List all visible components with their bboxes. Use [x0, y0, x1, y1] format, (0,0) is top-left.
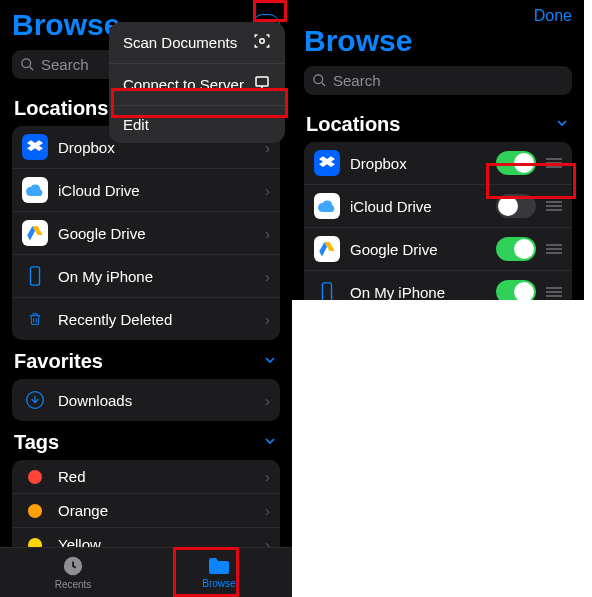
- row-label: iCloud Drive: [350, 198, 496, 215]
- menu-item-connect[interactable]: Connect to Server: [109, 64, 285, 106]
- row-label: Downloads: [58, 392, 265, 409]
- section-title: Locations: [14, 97, 108, 120]
- locations-edit-list: Dropbox iCloud Drive Google Drive On My …: [304, 142, 572, 300]
- list-item-icloud: iCloud Drive: [304, 185, 572, 228]
- drag-handle-icon[interactable]: [546, 287, 562, 297]
- list-item-iphone: On My iPhone: [304, 271, 572, 300]
- header: Browse: [292, 22, 584, 62]
- svg-rect-1: [256, 77, 268, 86]
- row-label: Recently Deleted: [58, 311, 265, 328]
- page-title: Browse: [12, 8, 120, 42]
- done-button[interactable]: Done: [534, 7, 572, 25]
- clock-icon: [62, 555, 84, 577]
- row-label: Google Drive: [58, 225, 265, 242]
- google-drive-icon: [22, 220, 48, 246]
- search-field[interactable]: Search: [304, 66, 572, 95]
- list-item-icloud[interactable]: iCloud Drive ›: [12, 169, 280, 212]
- svg-point-0: [260, 39, 265, 44]
- page-title: Browse: [304, 24, 412, 58]
- menu-item-label: Connect to Server: [123, 76, 244, 93]
- section-header-locations[interactable]: Locations: [292, 103, 584, 142]
- scan-icon: [253, 32, 271, 53]
- search-placeholder: Search: [333, 72, 381, 89]
- chevron-right-icon: ›: [265, 502, 270, 519]
- section-title: Tags: [14, 431, 59, 454]
- row-label: Dropbox: [350, 155, 496, 172]
- search-placeholder: Search: [41, 56, 89, 73]
- icloud-icon: [22, 177, 48, 203]
- tag-item-orange[interactable]: Orange ›: [12, 494, 280, 528]
- svg-point-6: [314, 75, 323, 84]
- chevron-right-icon: ›: [265, 311, 270, 328]
- svg-rect-3: [30, 267, 39, 285]
- toggle-iphone[interactable]: [496, 280, 536, 300]
- tag-dot-icon: [28, 504, 42, 518]
- section-header-favorites[interactable]: Favorites: [0, 340, 292, 379]
- search-icon: [20, 57, 35, 72]
- iphone-icon: [22, 263, 48, 289]
- menu-item-scan[interactable]: Scan Documents: [109, 22, 285, 64]
- icloud-icon: [314, 193, 340, 219]
- toggle-gdrive[interactable]: [496, 237, 536, 261]
- tab-bar: Recents Browse: [0, 547, 292, 597]
- google-drive-icon: [314, 236, 340, 262]
- section-header-tags[interactable]: Tags: [0, 421, 292, 460]
- download-icon: [22, 387, 48, 413]
- row-label: Red: [58, 468, 265, 485]
- favorites-list: Downloads ›: [12, 379, 280, 421]
- files-edit-screen: Done Browse Search Locations Dropbox iCl…: [292, 0, 584, 300]
- drag-handle-icon[interactable]: [546, 244, 562, 254]
- list-item-downloads[interactable]: Downloads ›: [12, 379, 280, 421]
- context-menu: Scan Documents Connect to Server Edit: [109, 22, 285, 143]
- tab-browse[interactable]: Browse: [146, 548, 292, 597]
- chevron-down-icon: [262, 350, 278, 373]
- drag-handle-icon[interactable]: [546, 201, 562, 211]
- tag-item-red[interactable]: Red ›: [12, 460, 280, 494]
- server-icon: [253, 74, 271, 95]
- chevron-down-icon: [262, 431, 278, 454]
- chevron-right-icon: ›: [265, 268, 270, 285]
- list-item-dropbox: Dropbox: [304, 142, 572, 185]
- locations-list: Dropbox › iCloud Drive › Google Drive › …: [12, 126, 280, 340]
- tag-dot-icon: [28, 470, 42, 484]
- chevron-right-icon: ›: [265, 182, 270, 199]
- search-icon: [312, 73, 327, 88]
- list-item-trash[interactable]: Recently Deleted ›: [12, 298, 280, 340]
- menu-item-edit[interactable]: Edit: [109, 106, 285, 143]
- menu-item-label: Scan Documents: [123, 34, 237, 51]
- chevron-right-icon: ›: [265, 392, 270, 409]
- drag-handle-icon[interactable]: [546, 158, 562, 168]
- tab-label: Browse: [202, 578, 235, 589]
- row-label: On My iPhone: [350, 284, 496, 301]
- dropbox-icon: [314, 150, 340, 176]
- tab-label: Recents: [55, 579, 92, 590]
- section-title: Favorites: [14, 350, 103, 373]
- dropbox-icon: [22, 134, 48, 160]
- chevron-right-icon: ›: [265, 225, 270, 242]
- folder-icon: [207, 556, 231, 576]
- iphone-icon: [314, 279, 340, 300]
- tab-recents[interactable]: Recents: [0, 548, 146, 597]
- toggle-dropbox[interactable]: [496, 151, 536, 175]
- svg-rect-7: [322, 283, 331, 300]
- row-label: Orange: [58, 502, 265, 519]
- list-item-gdrive[interactable]: Google Drive ›: [12, 212, 280, 255]
- chevron-right-icon: ›: [265, 468, 270, 485]
- row-label: iCloud Drive: [58, 182, 265, 199]
- toggle-icloud[interactable]: [496, 194, 536, 218]
- files-browse-screen: Browse ••• Scan Documents Connect to Ser…: [0, 0, 292, 597]
- chevron-down-icon: [554, 113, 570, 136]
- list-item-iphone[interactable]: On My iPhone ›: [12, 255, 280, 298]
- svg-point-2: [22, 59, 31, 68]
- trash-icon: [22, 306, 48, 332]
- section-title: Locations: [306, 113, 400, 136]
- row-label: Google Drive: [350, 241, 496, 258]
- list-item-gdrive: Google Drive: [304, 228, 572, 271]
- menu-item-label: Edit: [123, 116, 149, 133]
- row-label: On My iPhone: [58, 268, 265, 285]
